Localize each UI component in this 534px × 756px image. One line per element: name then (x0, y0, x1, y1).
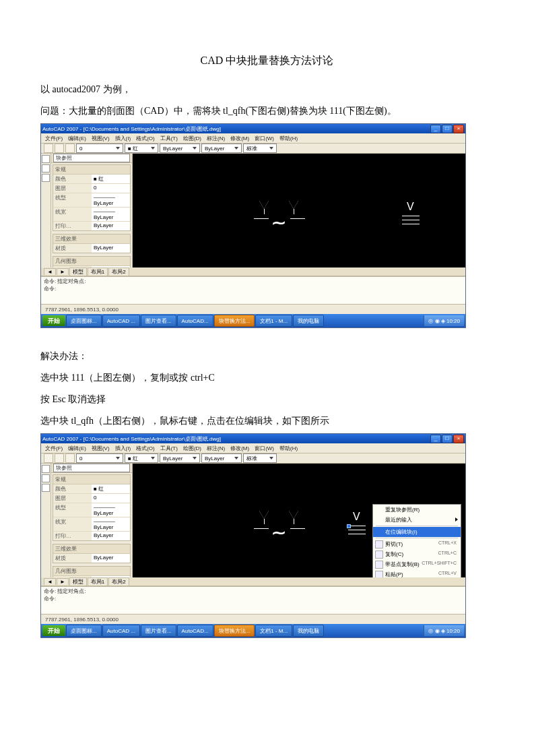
tab-model[interactable]: 模型 (69, 577, 87, 586)
drawing-canvas[interactable]: ∼ V 重复块参照(R) 最近的输入 在位编辑块(I) 剪切(T)CTRL+X … (133, 464, 465, 577)
menu-tools[interactable]: 工具(T) (160, 135, 178, 142)
style-select[interactable]: 标准 (243, 453, 277, 463)
tool-icon[interactable] (42, 465, 50, 473)
task-button[interactable]: 图片查看... (141, 625, 176, 637)
menu-draw[interactable]: 绘图(D) (183, 445, 201, 452)
menu-bar[interactable]: 文件(F) 编辑(E) 视图(V) 插入(I) 格式(O) 工具(T) 绘图(D… (41, 133, 465, 144)
task-button[interactable]: AutoCAD... (177, 625, 213, 637)
menu-format[interactable]: 格式(O) (136, 445, 155, 452)
command-area[interactable]: 命令: 指定对角点: 命令: (41, 586, 465, 614)
menu-insert[interactable]: 插入(I) (115, 445, 131, 452)
tab-layout2[interactable]: 布局2 (108, 267, 129, 276)
menu-help[interactable]: 帮助(H) (279, 135, 298, 142)
menu-tools[interactable]: 工具(T) (160, 445, 178, 452)
tab-prev[interactable]: ◄ (44, 268, 56, 275)
ctx-repeat[interactable]: 重复块参照(R) (373, 505, 461, 515)
linetype-select[interactable]: ByLayer (160, 453, 200, 463)
tool-icon[interactable] (42, 155, 50, 163)
close-icon[interactable]: × (453, 435, 464, 443)
tab-layout1[interactable]: 布局1 (88, 267, 108, 276)
maximize-icon[interactable]: □ (442, 435, 453, 443)
block-tl-qfh[interactable]: V (402, 201, 422, 234)
menu-format[interactable]: 格式(O) (136, 135, 155, 142)
tool-icon[interactable] (42, 484, 50, 492)
color-select[interactable]: ■ 红 (125, 144, 158, 153)
start-button[interactable]: 开始 (42, 625, 65, 636)
ctx-copy-base[interactable]: 带基点复制(B)CTRL+SHIFT+C (373, 559, 461, 569)
menu-modify[interactable]: 修改(M) (230, 135, 249, 142)
menu-modify[interactable]: 修改(M) (230, 445, 249, 452)
task-button[interactable]: 桌面图标... (66, 315, 102, 327)
task-button[interactable]: 图片查看... (141, 315, 176, 327)
minimize-icon[interactable]: _ (430, 125, 441, 133)
color-select[interactable]: ■ 红 (125, 453, 158, 463)
menu-view[interactable]: 视图(V) (92, 135, 110, 142)
close-icon[interactable]: × (453, 125, 464, 133)
menu-view[interactable]: 视图(V) (92, 445, 110, 452)
menu-file[interactable]: 文件(F) (45, 135, 63, 142)
task-button[interactable]: 桌面图标... (66, 625, 102, 637)
menu-draw[interactable]: 绘图(D) (183, 135, 201, 142)
task-button[interactable]: AutoCAD... (177, 315, 213, 327)
tool-icon[interactable] (42, 174, 50, 182)
system-tray[interactable]: ◎ ◉ ◈ 10:20 (424, 315, 464, 326)
selection-type[interactable]: 块参照 (53, 154, 130, 162)
ctx-paste[interactable]: 粘贴(P)CTRL+V (373, 569, 461, 577)
system-tray[interactable]: ◎ ◉ ◈ 10:20 (424, 625, 464, 636)
menu-edit[interactable]: 编辑(E) (68, 135, 86, 142)
command-area[interactable]: 命令: 指定对角点: 命令: (41, 276, 465, 304)
tab-layout1[interactable]: 布局1 (88, 577, 108, 586)
menu-edit[interactable]: 编辑(E) (68, 445, 86, 452)
ctx-copy[interactable]: 复制(C)CTRL+C (373, 549, 461, 559)
layer-select[interactable]: 0 (76, 453, 123, 463)
task-button[interactable]: 文档1 - M... (255, 315, 292, 327)
block-111[interactable]: ∼ (254, 511, 308, 544)
tool-icon[interactable] (65, 453, 75, 463)
lineweight-select[interactable]: ByLayer (201, 144, 242, 153)
ctx-cut[interactable]: 剪切(T)CTRL+X (373, 539, 461, 549)
style-select[interactable]: 标准 (243, 144, 277, 153)
ctx-edit-block-inplace[interactable]: 在位编辑块(I) (373, 527, 461, 537)
command-prompt[interactable]: 命令: (44, 595, 463, 602)
grip-icon[interactable] (347, 524, 351, 528)
tool-icon[interactable] (55, 453, 64, 463)
maximize-icon[interactable]: □ (442, 125, 453, 133)
ctx-recent-input[interactable]: 最近的输入 (373, 515, 461, 525)
menu-bar[interactable]: 文件(F) 编辑(E) 视图(V) 插入(I) 格式(O) 工具(T) 绘图(D… (41, 443, 465, 453)
task-button[interactable]: 我的电脑 (293, 625, 324, 637)
tab-model[interactable]: 模型 (69, 267, 87, 276)
start-button[interactable]: 开始 (42, 315, 65, 326)
tool-icon[interactable] (44, 453, 53, 463)
task-button[interactable]: 文档1 - M... (255, 625, 292, 637)
menu-file[interactable]: 文件(F) (45, 445, 63, 452)
layer-select[interactable]: 0 (76, 144, 123, 153)
minimize-icon[interactable]: _ (430, 435, 441, 443)
block-111[interactable]: ∼ (254, 201, 308, 234)
selection-type[interactable]: 块参照 (53, 464, 130, 472)
drawing-canvas[interactable]: ∼ V (133, 154, 465, 267)
task-button[interactable]: 我的电脑 (293, 315, 324, 327)
command-prompt[interactable]: 命令: (44, 285, 463, 292)
tool-icon[interactable] (42, 474, 50, 482)
lineweight-select[interactable]: ByLayer (201, 453, 242, 463)
tool-icon[interactable] (65, 144, 75, 153)
menu-dim[interactable]: 标注(N) (207, 445, 225, 452)
block-tl-qfh-selected[interactable]: V (348, 511, 368, 544)
task-button[interactable]: AutoCAD ... (102, 315, 140, 327)
menu-window[interactable]: 窗口(W) (255, 135, 274, 142)
menu-help[interactable]: 帮助(H) (279, 445, 298, 452)
task-button-active[interactable]: 块替换方法... (214, 315, 255, 327)
menu-window[interactable]: 窗口(W) (255, 445, 274, 452)
tool-icon[interactable] (42, 164, 50, 172)
menu-insert[interactable]: 插入(I) (115, 135, 131, 142)
tool-icon[interactable] (44, 144, 53, 153)
task-button[interactable]: AutoCAD ... (102, 625, 140, 637)
linetype-select[interactable]: ByLayer (160, 144, 200, 153)
tool-icon[interactable] (55, 144, 64, 153)
tab-next[interactable]: ► (57, 578, 69, 585)
task-button-active[interactable]: 块替换方法... (214, 625, 255, 637)
tab-layout2[interactable]: 布局2 (108, 577, 129, 586)
menu-dim[interactable]: 标注(N) (207, 135, 225, 142)
tab-prev[interactable]: ◄ (44, 578, 56, 585)
tab-next[interactable]: ► (57, 268, 69, 275)
